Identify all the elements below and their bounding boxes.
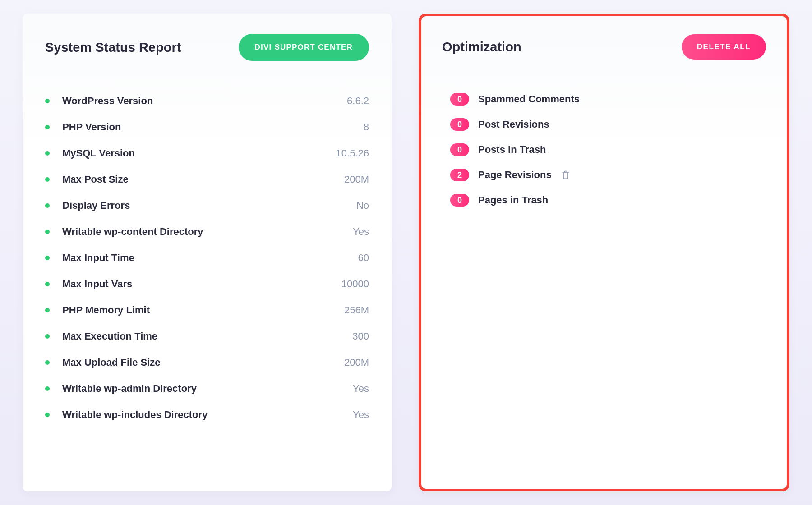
status-value: 200M (344, 174, 369, 185)
status-label: Writable wp-includes Directory (62, 409, 353, 421)
optimization-list: 0Spammed Comments0Post Revisions0Posts i… (442, 87, 766, 213)
status-value: 10.5.26 (336, 147, 369, 159)
count-badge: 2 (450, 169, 469, 181)
status-value: 10000 (341, 278, 369, 290)
status-label: MySQL Version (62, 147, 336, 159)
status-value: Yes (353, 226, 369, 238)
status-dot-icon (45, 386, 50, 391)
trash-icon[interactable] (561, 170, 571, 180)
status-label: Max Execution Time (62, 331, 352, 342)
optimization-panel: Optimization DELETE ALL 0Spammed Comment… (419, 14, 789, 491)
delete-all-button[interactable]: DELETE ALL (682, 34, 766, 60)
status-row: PHP Memory Limit256M (45, 297, 369, 323)
status-value: 8 (364, 121, 369, 133)
status-dot-icon (45, 151, 50, 156)
status-list: WordPress Version6.6.2PHP Version8MySQL … (45, 88, 369, 428)
count-badge: 0 (450, 194, 469, 207)
status-value: No (356, 200, 369, 211)
optimization-label: Spammed Comments (478, 93, 580, 105)
status-dot-icon (45, 99, 50, 103)
status-value: Yes (353, 409, 369, 421)
status-label: Max Input Time (62, 252, 358, 264)
status-dot-icon (45, 282, 50, 286)
optimization-label: Pages in Trash (478, 194, 548, 206)
status-label: Writable wp-admin Directory (62, 383, 353, 395)
optimization-label: Page Revisions (478, 169, 552, 181)
count-badge: 0 (450, 143, 469, 156)
status-dot-icon (45, 177, 50, 182)
divi-support-center-button[interactable]: DIVI SUPPORT CENTER (239, 34, 369, 61)
count-badge: 0 (450, 118, 469, 131)
status-dot-icon (45, 203, 50, 208)
status-row: MySQL Version10.5.26 (45, 140, 369, 166)
optimization-row: 0Post Revisions (450, 112, 766, 137)
status-label: Max Input Vars (62, 278, 341, 290)
status-label: Max Upload File Size (62, 357, 344, 368)
status-dot-icon (45, 256, 50, 260)
status-label: WordPress Version (62, 95, 347, 107)
status-dot-icon (45, 230, 50, 234)
status-row: Max Input Vars10000 (45, 271, 369, 297)
status-panel-header: System Status Report DIVI SUPPORT CENTER (45, 34, 369, 61)
status-dot-icon (45, 360, 50, 365)
status-value: 256M (344, 304, 369, 316)
status-label: PHP Memory Limit (62, 304, 344, 316)
status-row: Writable wp-content DirectoryYes (45, 219, 369, 245)
status-row: Writable wp-admin DirectoryYes (45, 376, 369, 402)
status-row: Display ErrorsNo (45, 193, 369, 219)
status-panel-title: System Status Report (45, 40, 181, 55)
optimization-row: 2Page Revisions (450, 162, 766, 188)
optimization-row: 0Spammed Comments (450, 87, 766, 112)
optimization-row: 0Pages in Trash (450, 188, 766, 213)
status-label: Max Post Size (62, 174, 344, 185)
optimization-row: 0Posts in Trash (450, 137, 766, 162)
status-row: Max Execution Time300 (45, 323, 369, 349)
status-value: 200M (344, 357, 369, 368)
system-status-panel: System Status Report DIVI SUPPORT CENTER… (23, 14, 392, 491)
status-row: Max Input Time60 (45, 245, 369, 271)
status-value: 60 (358, 252, 369, 264)
status-value: Yes (353, 383, 369, 395)
status-row: PHP Version8 (45, 114, 369, 140)
status-label: Writable wp-content Directory (62, 226, 353, 238)
status-row: WordPress Version6.6.2 (45, 88, 369, 114)
count-badge: 0 (450, 93, 469, 106)
status-dot-icon (45, 125, 50, 129)
optimization-label: Posts in Trash (478, 144, 546, 156)
status-dot-icon (45, 308, 50, 312)
status-row: Max Post Size200M (45, 166, 369, 193)
status-row: Max Upload File Size200M (45, 349, 369, 376)
status-value: 300 (352, 331, 369, 342)
status-row: Writable wp-includes DirectoryYes (45, 402, 369, 428)
optimization-panel-header: Optimization DELETE ALL (442, 34, 766, 60)
status-label: Display Errors (62, 200, 356, 211)
optimization-panel-title: Optimization (442, 40, 521, 55)
status-dot-icon (45, 334, 50, 339)
status-value: 6.6.2 (347, 95, 369, 107)
status-dot-icon (45, 413, 50, 417)
optimization-label: Post Revisions (478, 119, 549, 130)
status-label: PHP Version (62, 121, 364, 133)
